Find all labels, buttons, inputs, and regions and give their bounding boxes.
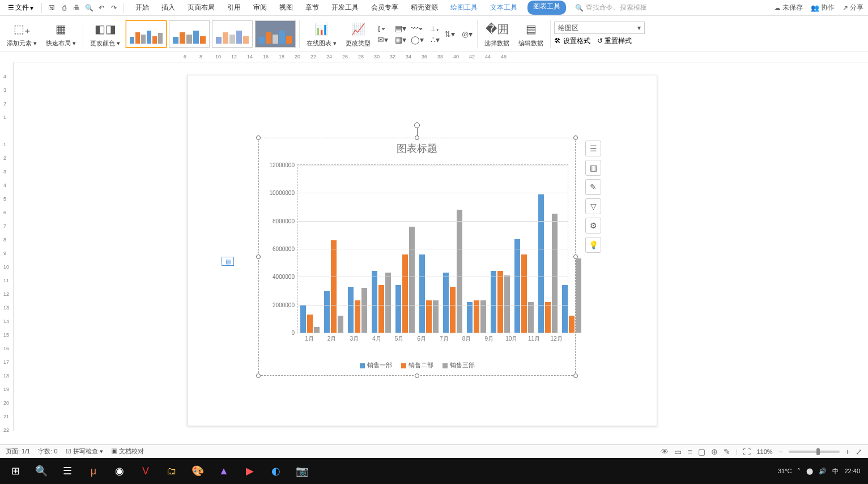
coop-button[interactable]: 👥 协作	[811, 3, 835, 12]
legend-item[interactable]: 销售一部	[360, 361, 392, 370]
bar[interactable]	[521, 254, 527, 333]
proofread-button[interactable]: ▣ 文档校对	[111, 447, 144, 456]
bar[interactable]	[576, 258, 581, 333]
tab-view[interactable]: 视图	[277, 1, 295, 15]
bar[interactable]	[419, 254, 425, 333]
start-icon[interactable]: ⊞	[2, 460, 28, 482]
quick-layout[interactable]: ▦快速布局 ▾	[42, 20, 79, 48]
undo-icon[interactable]: ↶	[96, 3, 107, 13]
app3-icon[interactable]: 🎨	[185, 460, 211, 482]
view-read-icon[interactable]: ▢	[698, 447, 705, 456]
eye-icon[interactable]: 👁	[661, 447, 669, 456]
view-outline-icon[interactable]: ≡	[687, 447, 692, 456]
bar[interactable]	[538, 194, 544, 333]
online-chart[interactable]: 📊在线图表 ▾	[303, 20, 340, 48]
view-note-icon[interactable]: ✎	[724, 447, 730, 456]
opt-updown-icon[interactable]: ⇅▾	[443, 29, 456, 39]
app-icon[interactable]: μ	[80, 460, 107, 482]
tab-draw-tools[interactable]: 绘图工具	[448, 1, 480, 15]
view-web-icon[interactable]: ⊕	[711, 447, 718, 456]
app6-icon[interactable]: ◐	[263, 460, 289, 482]
tab-chart-tools[interactable]: 图表工具	[527, 1, 566, 15]
search-icon[interactable]: 🔍	[28, 460, 54, 482]
app4-icon[interactable]: ▲	[211, 460, 237, 482]
print-icon[interactable]: 🖶	[71, 3, 82, 13]
bar[interactable]	[378, 285, 384, 333]
chart-legend[interactable]: 销售一部销售二部销售三部	[259, 361, 575, 370]
layout-options-icon[interactable]: ▤	[222, 257, 234, 266]
tab-start[interactable]: 开始	[133, 1, 151, 15]
bar[interactable]	[491, 271, 496, 333]
bar[interactable]	[569, 316, 575, 333]
save-icon[interactable]: 🖫	[46, 3, 57, 13]
unsaved-indicator[interactable]: ☁ 未保存	[774, 3, 803, 12]
resize-handle[interactable]	[256, 135, 261, 140]
tray-up-icon[interactable]: ˄	[797, 468, 801, 475]
chart-style-2[interactable]	[169, 20, 210, 48]
bar[interactable]	[552, 214, 558, 333]
opt-scatter-icon[interactable]: ∴▾	[429, 35, 441, 45]
chart-elements-icon[interactable]: ☰	[585, 141, 601, 156]
page-indicator[interactable]: 页面: 1/1	[6, 447, 30, 456]
bar[interactable]	[545, 302, 551, 333]
chart-styles-icon[interactable]: ▥	[585, 160, 601, 176]
word-count[interactable]: 字数: 0	[38, 447, 57, 456]
resize-handle[interactable]	[415, 135, 419, 140]
resize-handle[interactable]	[573, 373, 578, 378]
app7-icon[interactable]: 📷	[289, 460, 315, 482]
edit-data[interactable]: ▤编辑数据	[515, 20, 547, 48]
bar[interactable]	[331, 240, 337, 333]
chart-settings-icon[interactable]: ⚙	[585, 218, 601, 233]
bar[interactable]	[497, 271, 503, 333]
system-tray[interactable]: 31°C ˄ ⬤ 🔊 中 22:40	[778, 467, 866, 475]
bar[interactable]	[467, 302, 473, 333]
bar[interactable]	[361, 288, 367, 333]
bar[interactable]	[443, 273, 449, 333]
zoom-out[interactable]: −	[778, 447, 783, 456]
bar[interactable]	[457, 210, 462, 333]
tab-vip[interactable]: 会员专享	[369, 1, 401, 15]
bar[interactable]	[480, 300, 486, 333]
zoom-value[interactable]: 110%	[756, 448, 772, 455]
resize-handle[interactable]	[415, 373, 419, 378]
opt-grid-icon[interactable]: ▦▾	[394, 35, 407, 45]
bar[interactable]	[355, 300, 360, 333]
chart-title[interactable]: 图表标题	[259, 138, 575, 155]
taskview-icon[interactable]: ☰	[54, 460, 80, 482]
app5-icon[interactable]: ▶	[237, 460, 263, 482]
tab-review[interactable]: 审阅	[251, 1, 269, 15]
share-button[interactable]: ↗ 分享	[843, 3, 863, 12]
bar[interactable]	[348, 287, 354, 333]
horizontal-ruler[interactable]: 6810121416182022242628303234363840424446	[14, 52, 868, 62]
chart-object[interactable]: 图表标题 1月2月3月4月5月6月7月8月9月10月11月12月 0200000…	[258, 138, 576, 376]
redo-icon[interactable]: ↷	[109, 3, 119, 13]
set-format-button[interactable]: 🛠 设置格式	[554, 36, 590, 46]
bar[interactable]	[385, 273, 391, 333]
bar[interactable]	[395, 285, 401, 333]
opt-bar-icon[interactable]: ▤▾	[394, 23, 407, 33]
chart-style-3[interactable]	[212, 20, 253, 48]
opt-trend-icon[interactable]: 〰▾	[410, 23, 425, 33]
tab-dev[interactable]: 开发工具	[329, 1, 361, 15]
app2-icon[interactable]: V	[133, 460, 159, 482]
legend-item[interactable]: 销售二部	[401, 361, 433, 370]
opt-axis-icon[interactable]: ⫿▾	[376, 23, 389, 33]
command-search[interactable]: 🔍 查找命令、搜索模板	[575, 3, 647, 12]
chart-style-1[interactable]	[126, 20, 167, 48]
bar[interactable]	[528, 302, 534, 333]
tab-insert[interactable]: 插入	[159, 1, 177, 15]
opt-env-icon[interactable]: ✉▾	[376, 35, 389, 45]
file-menu[interactable]: ☰ 文件 ▾	[5, 2, 37, 14]
tray-time[interactable]: 22:40	[844, 468, 860, 474]
select-data[interactable]: �囲选择数据	[481, 20, 513, 48]
tray-ime[interactable]: 中	[832, 467, 839, 475]
tab-section[interactable]: 章节	[303, 1, 321, 15]
fit-icon[interactable]: ⛶	[743, 447, 751, 456]
bar[interactable]	[300, 305, 306, 333]
bar[interactable]	[433, 300, 439, 333]
tab-ref[interactable]: 引用	[225, 1, 243, 15]
zoom-slider[interactable]	[789, 451, 840, 453]
bar[interactable]	[409, 227, 415, 333]
bar[interactable]	[324, 291, 330, 333]
resize-handle[interactable]	[256, 254, 261, 259]
